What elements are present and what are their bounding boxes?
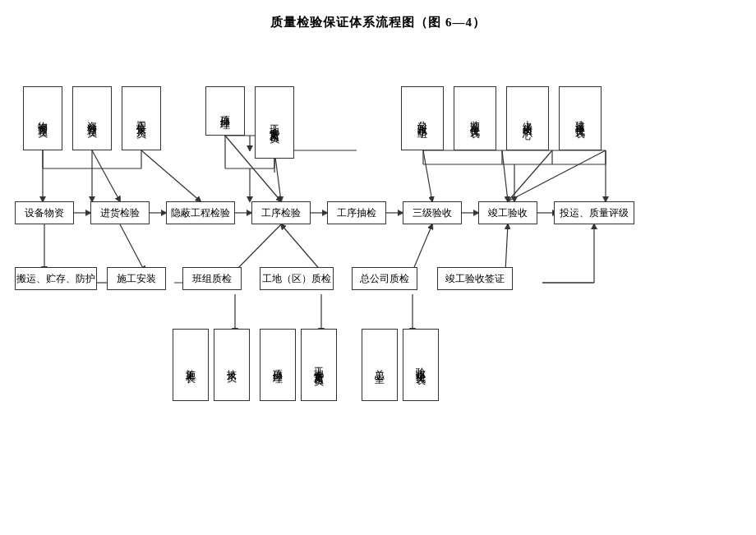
box-shebei: 设备物资 — [15, 201, 74, 224]
box-gongchengrengyuan: 工程技术人员 — [122, 86, 161, 150]
box-zonggongshi: 总工室 — [362, 329, 398, 401]
box-xiangmujingli-bottom: 项目经理 — [260, 329, 296, 401]
svg-line-28 — [505, 224, 508, 271]
box-gongsiyanshou: 公司验收小组 — [401, 86, 444, 150]
svg-line-10 — [508, 150, 552, 201]
svg-line-11 — [508, 150, 606, 201]
svg-line-30 — [281, 224, 321, 271]
box-yanshoudaibiao: 验收小组代表 — [403, 329, 439, 401]
svg-line-3 — [141, 150, 201, 201]
svg-line-9 — [502, 150, 508, 201]
box-jinhuojianyan: 进货检验 — [90, 201, 150, 224]
box-shangjishijian: 上级质检中心 — [506, 86, 549, 150]
box-ziliao: 资料管理员 — [72, 86, 112, 150]
box-gongdizhizhuanzhijianyuan: 工地专责质检员 — [255, 86, 294, 159]
box-zongsizhijian: 总公司质检 — [352, 267, 417, 290]
box-yinbijianyan: 隐蔽工程检验 — [166, 201, 235, 224]
box-banzuzhijian: 班组质检 — [182, 267, 242, 290]
box-jungyanshouqianzhen: 竣工验收签证 — [437, 267, 513, 290]
box-gongxuchou: 工序抽检 — [327, 201, 386, 224]
svg-line-31 — [235, 224, 281, 271]
box-gongxujianyan: 工序检验 — [251, 201, 311, 224]
box-jiansheshebiao: 建设单位代表 — [559, 86, 602, 150]
svg-line-29 — [413, 224, 432, 271]
box-sanjiyanshou: 三级验收 — [403, 201, 462, 224]
box-jishuyuan: 技术员 — [214, 329, 250, 401]
page-title: 质量检验保证体系流程图（图 6—4） — [0, 0, 756, 30]
box-shigongbanzhang: 施工班长 — [173, 329, 209, 401]
svg-line-8 — [423, 150, 432, 201]
box-banyun: 搬运、贮存、防护 — [15, 267, 97, 290]
box-jungyanshou: 竣工验收 — [478, 201, 537, 224]
svg-line-22 — [120, 224, 145, 271]
diagram: 物资管理员 资料管理员 工程技术人员 项目经理 工地专责质检员 公司验收小组 监… — [8, 41, 748, 527]
svg-line-2 — [92, 150, 120, 201]
box-gongdizhijian-bottom: 工地专责质检员 — [301, 329, 337, 401]
box-xiangjingli: 项目经理 — [205, 86, 245, 136]
box-tounzhi: 投运、质量评级 — [554, 201, 634, 224]
box-gongdiqu: 工地（区）质检 — [260, 267, 334, 290]
box-jianlishebiao: 监理单位代表 — [454, 86, 496, 150]
page: 质量检验保证体系流程图（图 6—4） — [0, 0, 756, 535]
box-shigonganzhuang: 施工安装 — [107, 267, 166, 290]
box-wuziguanliyuan: 物资管理员 — [23, 86, 62, 150]
